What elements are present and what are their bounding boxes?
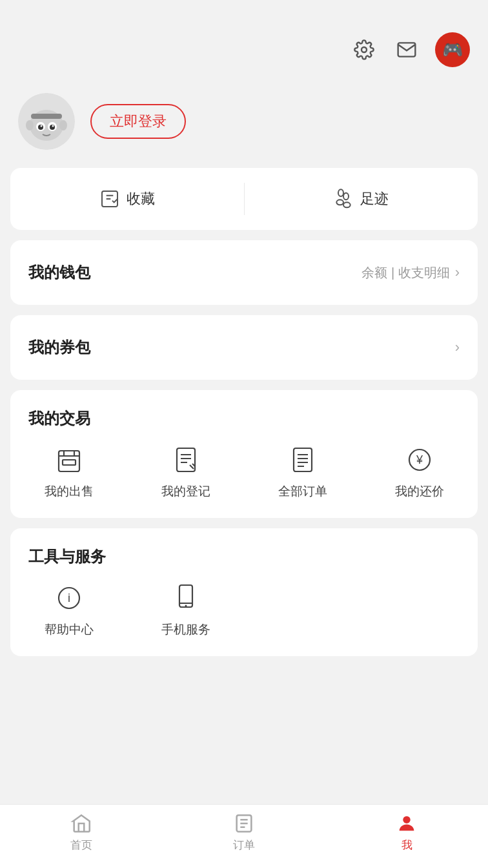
trading-section-title: 我的交易 bbox=[10, 390, 478, 434]
profile-icon bbox=[396, 812, 418, 834]
collect-label: 收藏 bbox=[127, 189, 155, 209]
tools-grid: i 帮助中心 手机服务 bbox=[10, 572, 478, 656]
coupon-chevron: › bbox=[455, 339, 460, 356]
tools-section-title: 工具与服务 bbox=[10, 528, 478, 572]
svg-point-13 bbox=[338, 189, 343, 196]
svg-rect-3 bbox=[31, 114, 62, 119]
coupon-row[interactable]: 我的券包 › bbox=[10, 315, 478, 380]
sell-icon bbox=[54, 444, 85, 475]
shortcuts-card: 收藏 足迹 bbox=[10, 168, 478, 230]
help-label: 帮助中心 bbox=[45, 621, 94, 638]
sell-label: 我的出售 bbox=[45, 483, 94, 500]
bargain-icon: ¥ bbox=[404, 444, 435, 475]
collect-icon bbox=[99, 189, 120, 209]
wallet-right-text: 余额 | 收支明细 bbox=[361, 264, 449, 282]
wallet-card: 我的钱包 余额 | 收支明细 › bbox=[10, 240, 478, 305]
orders-icon bbox=[287, 444, 318, 475]
bargain-label: 我的还价 bbox=[395, 483, 444, 500]
profile-section: 立即登录 bbox=[0, 78, 488, 168]
help-center[interactable]: i 帮助中心 bbox=[10, 583, 127, 638]
trading-card: 我的交易 我的出售 我的登记 全 bbox=[10, 390, 478, 518]
svg-point-11 bbox=[52, 125, 54, 127]
register-label: 我的登记 bbox=[161, 483, 210, 500]
message-icon[interactable] bbox=[392, 36, 421, 64]
my-bargain[interactable]: ¥ 我的还价 bbox=[361, 444, 478, 500]
my-register[interactable]: 我的登记 bbox=[127, 444, 244, 500]
svg-point-16 bbox=[343, 202, 351, 207]
orders-label: 全部订单 bbox=[278, 483, 327, 500]
nav-home[interactable]: 首页 bbox=[0, 812, 163, 852]
footprint-label: 足迹 bbox=[360, 189, 389, 209]
collect-shortcut[interactable]: 收藏 bbox=[10, 168, 244, 230]
coupon-title: 我的券包 bbox=[28, 337, 90, 358]
svg-point-10 bbox=[41, 125, 43, 127]
header: 🎮 bbox=[0, 0, 488, 78]
footprint-shortcut[interactable]: 足迹 bbox=[245, 168, 478, 230]
svg-point-29 bbox=[403, 816, 410, 823]
svg-point-5 bbox=[59, 120, 67, 130]
svg-point-27 bbox=[185, 605, 187, 607]
profile-nav-label: 我 bbox=[402, 838, 412, 852]
footprint-icon bbox=[333, 189, 354, 209]
svg-point-15 bbox=[337, 200, 344, 205]
wallet-title: 我的钱包 bbox=[28, 262, 90, 283]
app-avatar[interactable]: 🎮 bbox=[435, 32, 470, 67]
all-orders[interactable]: 全部订单 bbox=[244, 444, 361, 500]
nav-profile[interactable]: 我 bbox=[325, 812, 488, 852]
nav-orders[interactable]: 订单 bbox=[163, 812, 325, 852]
settings-icon[interactable] bbox=[350, 36, 378, 64]
help-icon: i bbox=[54, 583, 85, 614]
svg-text:i: i bbox=[68, 592, 70, 604]
home-nav-label: 首页 bbox=[70, 838, 92, 852]
svg-rect-20 bbox=[294, 448, 312, 471]
avatar bbox=[18, 93, 75, 150]
phone-icon bbox=[170, 583, 201, 614]
svg-rect-17 bbox=[59, 451, 79, 471]
order-nav-icon bbox=[233, 812, 255, 834]
svg-rect-18 bbox=[63, 460, 76, 465]
login-button[interactable]: 立即登录 bbox=[90, 104, 186, 139]
orders-nav-label: 订单 bbox=[233, 838, 255, 852]
register-icon bbox=[170, 444, 201, 475]
svg-point-4 bbox=[26, 120, 34, 130]
my-sell[interactable]: 我的出售 bbox=[10, 444, 127, 500]
phone-label: 手机服务 bbox=[161, 621, 210, 638]
wallet-chevron: › bbox=[455, 264, 460, 281]
bottom-nav: 首页 订单 我 bbox=[0, 804, 488, 868]
phone-service[interactable]: 手机服务 bbox=[127, 583, 244, 638]
svg-point-14 bbox=[343, 193, 349, 200]
wallet-row[interactable]: 我的钱包 余额 | 收支明细 › bbox=[10, 240, 478, 305]
wallet-right: 余额 | 收支明细 › bbox=[361, 264, 460, 282]
tools-card: 工具与服务 i 帮助中心 手机服务 bbox=[10, 528, 478, 656]
home-icon bbox=[70, 812, 92, 834]
svg-point-0 bbox=[361, 47, 367, 52]
svg-text:¥: ¥ bbox=[415, 453, 423, 466]
coupon-card: 我的券包 › bbox=[10, 315, 478, 380]
trading-grid: 我的出售 我的登记 全部订单 ¥ 我的还价 bbox=[10, 434, 478, 518]
